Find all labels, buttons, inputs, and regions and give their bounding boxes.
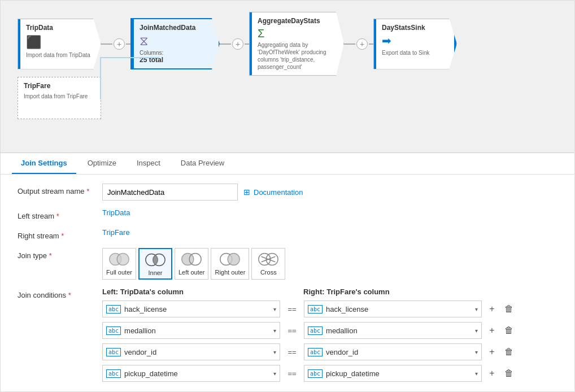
node-join-title: JoinMatchedData — [140, 24, 213, 32]
right-dropdown-arrow-3: ▾ — [475, 349, 478, 355]
tab-inspect[interactable]: Inspect — [128, 153, 169, 174]
left-field-name-4: pickup_datetime — [124, 369, 273, 378]
join-label-left-outer: Left outer — [178, 269, 204, 276]
left-stream-label: Left stream * — [18, 208, 102, 220]
cross-icon — [257, 251, 280, 268]
svg-point-6 — [182, 254, 194, 265]
right-type-badge-1: abc — [308, 305, 323, 313]
node-tripdata-title: TripData — [26, 24, 95, 32]
delete-condition-btn-2[interactable]: 🗑 — [502, 324, 516, 337]
right-field-2[interactable]: abc medallion ▾ — [304, 322, 482, 339]
left-type-badge-1: abc — [106, 305, 121, 313]
output-stream-input[interactable] — [102, 184, 238, 201]
left-field-3[interactable]: abc vendor_id ▾ — [102, 343, 280, 360]
join-icon: ⧖ — [140, 34, 213, 49]
required-star-4: * — [49, 251, 52, 260]
right-field-name-3: vendor_id — [326, 348, 475, 356]
node-tripfare-desc: Import data from TripFare — [24, 93, 95, 99]
add-condition-btn-2[interactable]: + — [485, 324, 499, 337]
add-condition-btn-4[interactable]: + — [485, 367, 499, 380]
node-tripfare[interactable]: TripFare Import data from TripFare — [18, 77, 101, 119]
right-field-name-4: pickup_datetime — [326, 369, 475, 378]
right-col-header-text: Right: TripFare's column — [303, 288, 484, 296]
source-icon: ⬛ — [26, 35, 95, 50]
add-node-btn-1[interactable]: + — [114, 38, 125, 50]
left-field-4[interactable]: abc pickup_datetime ▾ — [102, 365, 280, 382]
tab-data-preview[interactable]: Data Preview — [172, 153, 233, 174]
left-dropdown-arrow-4: ▾ — [273, 371, 276, 377]
right-field-name-1: hack_license — [326, 305, 475, 313]
left-type-badge-3: abc — [106, 348, 121, 356]
left-field-1[interactable]: abc hack_license ▾ — [102, 300, 280, 317]
equals-sign-3: == — [284, 348, 300, 356]
left-stream-value[interactable]: TripData — [102, 208, 130, 217]
right-type-badge-2: abc — [308, 326, 323, 335]
tab-join-settings[interactable]: Join Settings — [12, 153, 76, 174]
delete-condition-btn-4[interactable]: 🗑 — [502, 367, 516, 380]
venn-right-outer-icon — [219, 251, 241, 268]
join-btn-inner[interactable]: Inner — [138, 248, 172, 280]
output-stream-row: Output stream name * ⊞ Documentation — [18, 184, 557, 201]
join-btn-full-outer[interactable]: Full outer — [102, 248, 136, 280]
right-dropdown-arrow-4: ▾ — [475, 371, 478, 377]
join-label-inner: Inner — [148, 269, 162, 276]
node-tripdata[interactable]: TripData ⬛ Import data from TripData — [18, 19, 101, 69]
delete-condition-btn-3[interactable]: 🗑 — [502, 345, 516, 359]
join-btn-cross[interactable]: Cross — [251, 248, 285, 280]
node-joinmatcheddata[interactable]: JoinMatchedData ⧖ Columns: 25 total — [130, 18, 220, 69]
left-type-badge-2: abc — [106, 326, 121, 335]
join-btn-right-outer[interactable]: Right outer — [211, 248, 249, 280]
horizontal-connector-bottom — [100, 57, 159, 58]
join-label-full-outer: Full outer — [106, 269, 132, 276]
join-btn-left-outer[interactable]: Left outer — [175, 248, 208, 280]
connector-3: + — [344, 38, 373, 50]
equals-sign-2: == — [284, 326, 300, 335]
node-tripfare-title: TripFare — [24, 82, 95, 90]
equals-sign-4: == — [284, 369, 300, 378]
add-node-btn-2[interactable]: + — [232, 38, 243, 50]
main-container: TripData ⬛ Import data from TripData + J… — [0, 0, 575, 392]
left-type-badge-4: abc — [106, 369, 121, 378]
conditions-headers-actual: Left: TripData's column Right: TripFare'… — [102, 288, 557, 296]
pipeline-row: TripData ⬛ Import data from TripData + J… — [18, 12, 557, 76]
node-aggregatedaystats[interactable]: AggregateDayStats Σ Aggregating data by … — [249, 12, 344, 76]
right-field-name-2: medallion — [326, 326, 475, 335]
left-field-2[interactable]: abc medallion ▾ — [102, 322, 280, 339]
documentation-link[interactable]: ⊞ Documentation — [243, 188, 303, 197]
right-field-3[interactable]: abc vendor_id ▾ — [304, 343, 482, 360]
left-dropdown-arrow-3: ▾ — [273, 349, 276, 355]
left-col-header-text: Left: TripData's column — [102, 288, 283, 296]
required-star-1: * — [86, 187, 89, 195]
left-stream-row: Left stream * TripData — [18, 208, 557, 220]
left-field-name-3: vendor_id — [124, 348, 273, 356]
right-stream-row: Right stream * TripFare — [18, 228, 557, 240]
left-field-name-2: medallion — [124, 326, 273, 335]
condition-row-3: abc vendor_id ▾ == abc vendor_id ▾ + 🗑 — [102, 343, 557, 360]
condition-row-1: abc hack_license ▾ == abc hack_license ▾… — [102, 300, 557, 317]
output-stream-label: Output stream name * — [18, 184, 102, 195]
delete-condition-btn-1[interactable]: 🗑 — [502, 302, 516, 316]
right-stream-value[interactable]: TripFare — [102, 228, 130, 237]
join-label-cross: Cross — [260, 269, 277, 276]
condition-row-2: abc medallion ▾ == abc medallion ▾ + 🗑 — [102, 322, 557, 339]
right-stream-control: TripFare — [102, 228, 557, 237]
right-field-1[interactable]: abc hack_license ▾ — [304, 300, 482, 317]
tab-optimize[interactable]: Optimize — [79, 153, 125, 174]
sink-icon: ➡ — [382, 34, 451, 47]
right-stream-label: Right stream * — [18, 228, 102, 240]
node-agg-desc: Aggregating data by 'DayOfTheWeek' produ… — [258, 41, 338, 71]
left-dropdown-arrow-1: ▾ — [273, 306, 276, 312]
right-field-4[interactable]: abc pickup_datetime ▾ — [304, 365, 482, 382]
join-conditions-label: Join conditions * — [18, 288, 102, 299]
node-daystatssink[interactable]: DayStatsSink ➡ Export data to Sink — [373, 19, 457, 69]
node-agg-title: AggregateDayStats — [258, 17, 338, 25]
venn-left-outer-icon — [180, 251, 203, 268]
required-star-2: * — [56, 212, 59, 220]
left-dropdown-arrow-2: ▾ — [273, 328, 276, 334]
right-type-badge-4: abc — [308, 369, 323, 378]
add-node-btn-3[interactable]: + — [356, 38, 368, 50]
add-condition-btn-3[interactable]: + — [485, 345, 499, 359]
settings-panel: Output stream name * ⊞ Documentation Lef… — [1, 175, 574, 391]
add-condition-btn-1[interactable]: + — [485, 302, 499, 316]
tabs-bar: Join Settings Optimize Inspect Data Prev… — [1, 153, 574, 175]
